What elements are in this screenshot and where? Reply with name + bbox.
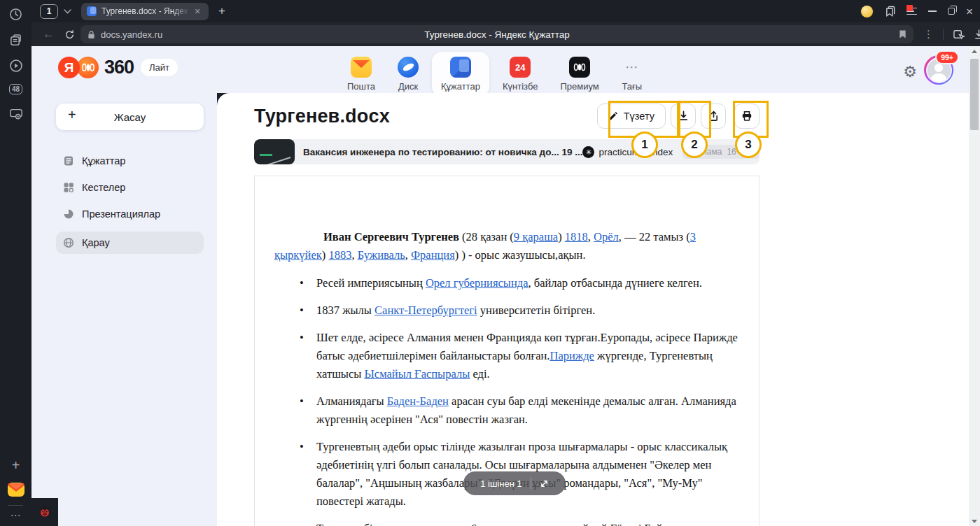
sidebar-item-presentations[interactable]: Презентациялар xyxy=(56,204,204,225)
browser-menu-icon[interactable] xyxy=(906,8,917,15)
service-header: Я 360 Лайт Пошта Диск Құжаттар 24 Күнт xyxy=(31,46,969,93)
ladybug-icon xyxy=(37,504,52,520)
app-premium[interactable]: Премиум xyxy=(551,52,608,97)
app-calendar[interactable]: 24 Күнтізбе xyxy=(493,52,547,97)
sidebar-item-documents[interactable]: Құжаттар xyxy=(56,150,204,171)
scrollbar-thumb[interactable] xyxy=(970,59,979,130)
page-scrollbar[interactable] xyxy=(969,46,980,526)
doc-bullet: Тургенев бірнеше өлеңдер мен 6 поэма жаз… xyxy=(274,520,739,526)
calendar-icon: 24 xyxy=(510,57,531,78)
document-icon xyxy=(63,155,74,166)
mail-launcher-icon[interactable] xyxy=(0,481,31,499)
pill-divider xyxy=(531,477,531,490)
app-switcher: Пошта Диск Құжаттар 24 Күнтізбе Премиум xyxy=(338,52,652,97)
browser-window: 48 + ⋯ 1 Тургенев.docx - Яндек × + xyxy=(0,0,980,526)
mail-icon xyxy=(351,57,372,78)
bug-overlay xyxy=(31,498,58,526)
sidebar-item-tables[interactable]: Кестелер xyxy=(56,177,204,198)
video-play-icon[interactable] xyxy=(0,59,31,73)
tab-strip: 1 Тургенев.docx - Яндек × + xyxy=(31,0,980,22)
tab-group-chip[interactable]: 1 xyxy=(40,4,58,19)
scroll-up-arrow[interactable] xyxy=(969,46,980,56)
table-icon xyxy=(63,182,74,193)
address-bar-row: ← docs.yandex.ru Тургенев.docx - Яндекс … xyxy=(31,22,980,46)
toolbar-divider xyxy=(8,505,23,506)
doc-intro-paragraph: Иван Сергеевич Тургенев (28 қазан (9 қар… xyxy=(274,228,739,264)
sidebar-item-view[interactable]: Қарау xyxy=(56,232,204,254)
notifications-badge: 99+ xyxy=(935,50,959,64)
doc-bullet: Алманиядағы Баден-Баден арасан суы бар е… xyxy=(274,392,739,429)
tabs-panel-icon[interactable] xyxy=(0,34,31,47)
add-panel-icon[interactable]: + xyxy=(0,457,31,474)
history-icon[interactable] xyxy=(0,8,31,21)
restore-icon[interactable] xyxy=(948,8,955,15)
disk-icon xyxy=(398,57,419,78)
chevron-down-icon[interactable] xyxy=(64,9,71,14)
profile-emoji-icon[interactable] xyxy=(860,5,874,18)
tab-title: Тургенев.docx - Яндек xyxy=(102,6,190,16)
notification-dot xyxy=(906,5,913,11)
new-tab-icon[interactable]: + xyxy=(218,4,225,18)
ad-brand: ✳ practicum.yandex xyxy=(582,146,673,158)
back-icon[interactable]: ← xyxy=(43,27,55,41)
collections-icon[interactable] xyxy=(953,29,965,40)
annotation-circle-1: 1 xyxy=(631,132,658,158)
app-docs[interactable]: Құжаттар xyxy=(432,52,489,97)
minimize-icon[interactable] xyxy=(928,10,937,12)
ad-thumbnail xyxy=(254,139,295,164)
screenshot-camera-icon[interactable] xyxy=(0,108,31,120)
address-bar[interactable]: docs.yandex.ru Тургенев.docx - Яндекс Құ… xyxy=(80,25,913,43)
expand-icon[interactable] xyxy=(540,479,549,488)
main-panel: Тургенев.docx Түзету xyxy=(217,93,969,526)
more-dots-icon[interactable]: ⋯ xyxy=(0,509,31,522)
app-more[interactable]: ⋯ Тағы xyxy=(612,52,652,97)
browser-tab[interactable]: Тургенев.docx - Яндек × xyxy=(81,3,209,20)
close-window-icon[interactable]: × xyxy=(966,6,973,17)
brand-number: 360 xyxy=(104,57,134,78)
scroll-down-arrow[interactable] xyxy=(969,516,980,526)
titlebar-controls: × xyxy=(860,5,973,18)
plus-icon: + xyxy=(68,107,76,123)
pie-chart-icon xyxy=(63,208,74,220)
close-tab-icon[interactable]: × xyxy=(195,6,200,16)
practicum-logo-icon: ✳ xyxy=(582,146,594,158)
doc-bullet: 1837 жылы Санкт-Петербургтегі университе… xyxy=(274,301,739,320)
badge-48-icon[interactable]: 48 xyxy=(0,84,31,94)
user-avatar[interactable]: 99+ xyxy=(924,55,953,85)
address-bar-actions: ⋮ xyxy=(923,28,980,41)
create-button[interactable]: + Жасау xyxy=(56,104,204,130)
doc-bullet: Шет елде, әсіресе Алмания менен Францияд… xyxy=(274,329,739,383)
app-mail[interactable]: Пошта xyxy=(338,52,384,97)
doc-bullet: Ресей империясының Орел губерниясында, б… xyxy=(274,274,739,292)
annotation-circle-2: 2 xyxy=(681,132,708,158)
divider xyxy=(943,29,944,40)
reload-icon[interactable] xyxy=(64,29,75,40)
browser-side-toolbar: 48 + ⋯ xyxy=(0,0,31,526)
ad-title: Вакансия инженера по тестированию: от но… xyxy=(303,147,582,157)
gear-icon[interactable]: ⚙ xyxy=(903,63,917,80)
yandex-360-logo[interactable]: Я 360 Лайт xyxy=(58,57,178,78)
sidebar-nav: Құжаттар Кестелер Презентациялар Қарау xyxy=(56,150,204,254)
kebab-menu-icon[interactable]: ⋮ xyxy=(923,28,934,41)
download-icon[interactable] xyxy=(974,29,980,40)
page-indicator[interactable]: 1 ішінен 1 xyxy=(463,471,566,495)
more-apps-icon: ⋯ xyxy=(622,57,643,78)
bookmarks-panel-icon[interactable] xyxy=(885,6,895,17)
page-title: Тургенев.docx xyxy=(254,106,390,127)
yandex-logo-icon: Я xyxy=(58,57,80,78)
premium-icon xyxy=(569,57,590,78)
annotation-circle-3: 3 xyxy=(735,132,762,158)
address-page-title: Тургенев.docx - Яндекс Құжаттар xyxy=(80,29,913,40)
docs-sidebar: + Жасау Құжаттар Кестелер Презентациял xyxy=(31,93,217,526)
360-logo-icon xyxy=(77,57,99,78)
globe-icon xyxy=(63,237,74,248)
docs-favicon xyxy=(87,6,97,16)
docs-icon xyxy=(450,57,471,78)
lite-badge: Лайт xyxy=(141,59,178,76)
app-disk[interactable]: Диск xyxy=(388,52,428,97)
